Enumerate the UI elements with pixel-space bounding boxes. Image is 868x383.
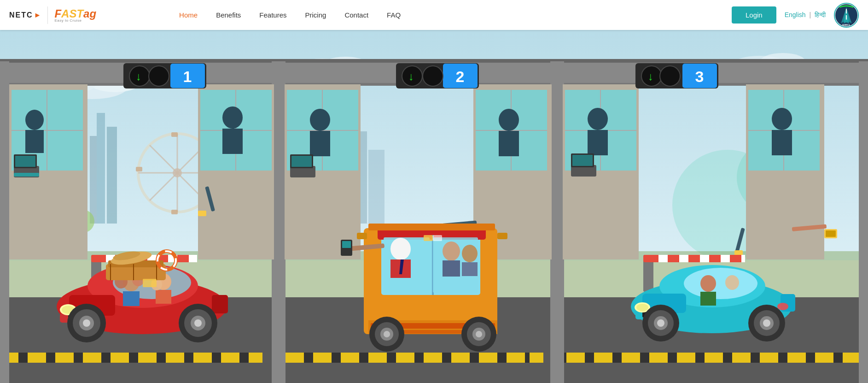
svg-point-183: [194, 319, 202, 327]
fastag-ag: ag: [83, 7, 96, 20]
svg-rect-163: [679, 255, 688, 262]
login-button[interactable]: Login: [732, 6, 776, 24]
svg-text:1: 1: [183, 68, 192, 85]
svg-rect-126: [499, 131, 519, 156]
svg-rect-75: [479, 353, 497, 363]
svg-rect-48: [368, 150, 384, 224]
svg-rect-101: [14, 173, 39, 177]
svg-rect-85: [732, 353, 751, 363]
svg-point-249: [657, 319, 664, 327]
nav-home[interactable]: Home: [179, 11, 198, 19]
svg-rect-81: [622, 353, 640, 363]
svg-point-132: [588, 108, 608, 130]
nav-faq[interactable]: FAQ: [387, 11, 401, 19]
svg-rect-62: [138, 353, 157, 363]
svg-rect-84: [705, 353, 723, 363]
ihmcl-logo: IHMCL: [834, 3, 859, 28]
svg-rect-185: [123, 291, 140, 306]
svg-point-98: [25, 110, 44, 130]
svg-point-207: [390, 238, 411, 260]
svg-rect-88: [815, 353, 833, 363]
svg-rect-76: [507, 353, 525, 363]
svg-rect-187: [156, 290, 171, 304]
svg-text:↓: ↓: [408, 70, 414, 82]
svg-rect-79: [566, 353, 585, 363]
svg-rect-200: [143, 279, 157, 287]
svg-point-272: [149, 66, 169, 86]
svg-rect-66: [249, 353, 262, 363]
svg-point-228: [476, 331, 482, 337]
svg-rect-133: [588, 130, 608, 155]
svg-rect-103: [15, 156, 35, 167]
svg-rect-33: [171, 132, 178, 137]
fastag-logo: F AS T ag Easy to Cruise: [54, 7, 96, 23]
svg-rect-64: [193, 353, 212, 363]
svg-text:↓: ↓: [648, 70, 653, 82]
svg-point-212: [462, 245, 478, 262]
svg-rect-70: [341, 353, 359, 363]
svg-rect-142: [772, 130, 792, 155]
nav-features[interactable]: Features: [259, 11, 286, 19]
svg-rect-80: [594, 353, 612, 363]
svg-rect-61: [111, 353, 129, 363]
svg-rect-73: [424, 353, 442, 363]
svg-rect-72: [396, 353, 414, 363]
logo-divider: [47, 6, 48, 24]
svg-rect-82: [649, 353, 668, 363]
svg-rect-92: [550, 61, 564, 383]
svg-rect-89: [843, 353, 861, 363]
svg-rect-60: [83, 353, 101, 363]
ihmcl-logo-svg: IHMCL: [835, 3, 858, 27]
svg-point-245: [777, 303, 788, 310]
svg-rect-211: [443, 260, 460, 277]
lang-separator: |: [809, 11, 811, 18]
svg-rect-22: [107, 127, 117, 224]
svg-point-224: [384, 331, 390, 337]
svg-point-116: [310, 109, 330, 131]
svg-rect-83: [677, 353, 695, 363]
svg-rect-152: [189, 255, 197, 262]
svg-rect-59: [55, 353, 74, 363]
svg-text:2: 2: [456, 68, 465, 85]
svg-point-274: [660, 66, 680, 86]
svg-rect-117: [310, 131, 330, 156]
svg-rect-175: [212, 295, 228, 313]
svg-point-273: [423, 66, 443, 86]
svg-rect-35: [171, 210, 178, 214]
svg-rect-164: [700, 255, 709, 262]
svg-text:IHMCL: IHMCL: [842, 24, 851, 26]
svg-rect-255: [826, 230, 836, 237]
svg-point-235: [684, 268, 757, 299]
svg-rect-120: [291, 156, 312, 167]
language-switcher: English | हिन्दी: [785, 11, 826, 19]
svg-rect-68: [285, 353, 304, 363]
netc-logo: NETC ►: [9, 11, 41, 19]
hero-svg: ↓ 1 ↓ 2 ↓ 3: [0, 30, 868, 383]
svg-rect-229: [357, 233, 367, 239]
svg-point-108: [222, 106, 243, 129]
lang-hindi[interactable]: हिन्दी: [815, 11, 826, 18]
nav-pricing[interactable]: Pricing: [305, 11, 326, 19]
netc-text: NETC: [9, 11, 33, 19]
svg-rect-213: [462, 262, 478, 276]
svg-rect-165: [721, 255, 730, 262]
svg-rect-166: [741, 255, 745, 262]
svg-rect-86: [760, 353, 778, 363]
lang-english[interactable]: English: [785, 11, 806, 18]
svg-rect-90: [0, 61, 9, 383]
svg-text:↓: ↓: [136, 70, 141, 82]
svg-point-243: [725, 275, 739, 290]
nav-right: Login English | हिन्दी IHMCL: [732, 3, 859, 28]
svg-rect-99: [25, 130, 44, 153]
svg-rect-71: [368, 353, 387, 363]
svg-rect-136: [572, 155, 593, 166]
svg-rect-53: [0, 59, 868, 63]
svg-rect-232: [433, 235, 442, 241]
svg-point-125: [499, 109, 519, 131]
nav-contact[interactable]: Contact: [344, 11, 368, 19]
svg-rect-162: [658, 255, 668, 262]
svg-rect-63: [166, 353, 184, 363]
nav-benefits[interactable]: Benefits: [216, 11, 241, 19]
svg-rect-20: [90, 136, 97, 224]
svg-rect-69: [313, 353, 332, 363]
